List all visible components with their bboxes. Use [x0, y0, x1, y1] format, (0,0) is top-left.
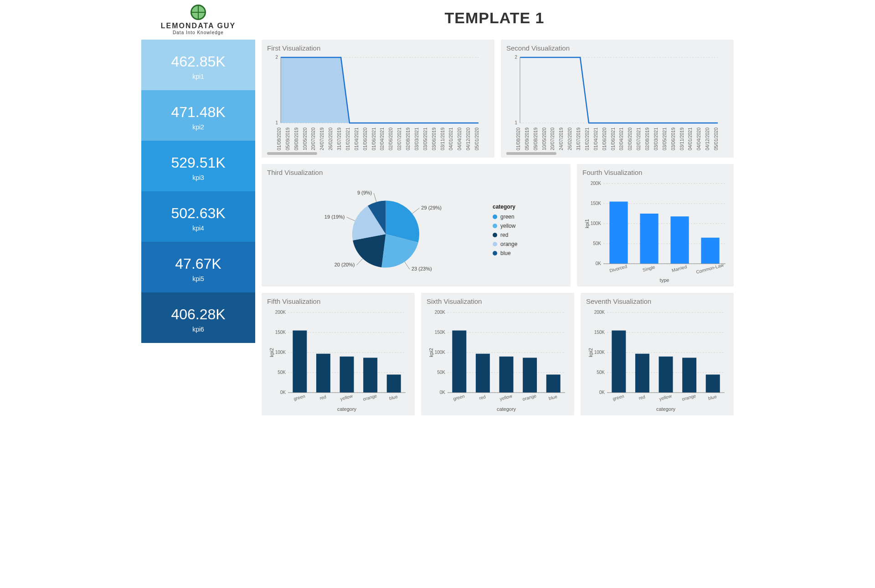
svg-rect-92 [701, 238, 719, 264]
svg-text:150K: 150K [275, 330, 286, 335]
svg-point-77 [493, 251, 497, 256]
svg-rect-111 [316, 354, 330, 393]
kpi-label: kpi3 [146, 174, 251, 181]
svg-text:19 (19%): 19 (19%) [324, 214, 345, 220]
svg-text:red: red [479, 394, 486, 400]
svg-text:category: category [337, 406, 357, 412]
viz-fifth: Fifth Visualization 0K50K100K150K200K kp… [262, 293, 415, 415]
viz-first-scrollbar[interactable] [267, 152, 489, 155]
svg-point-73 [493, 233, 497, 237]
svg-text:50K: 50K [278, 370, 286, 375]
viz-fourth: Fourth Visualization 0K50K100K150K200K k… [577, 164, 734, 286]
svg-text:yellow: yellow [499, 394, 513, 402]
svg-text:20/07/2020: 20/07/2020 [311, 128, 316, 150]
svg-text:03/03/2021: 03/03/2021 [414, 128, 419, 150]
svg-rect-133 [452, 331, 466, 393]
svg-text:red: red [319, 394, 327, 400]
svg-point-75 [493, 242, 497, 246]
viz-third-title: Third Visualization [267, 169, 565, 176]
svg-text:Married: Married [671, 264, 688, 273]
svg-text:03/11/2019: 03/11/2019 [679, 128, 685, 150]
svg-text:kpi2: kpi2 [588, 348, 593, 357]
svg-rect-160 [706, 374, 720, 393]
kpi-sidebar: 462.85K kpi1471.48K kpi2529.51K kpi3502.… [141, 40, 255, 415]
viz-fifth-title: Fifth Visualization [267, 297, 409, 305]
svg-line-64 [346, 217, 355, 221]
svg-text:0K: 0K [599, 390, 605, 395]
kpi-label: kpi1 [146, 73, 251, 80]
logo: LEMONDATA GUY Data Into Knowledge [141, 5, 255, 35]
svg-text:05/01/2020: 05/01/2020 [714, 128, 719, 150]
svg-text:04/04/2020: 04/04/2020 [696, 128, 701, 150]
kpi-tile-kpi4: 502.63K kpi4 [141, 191, 255, 242]
svg-point-71 [493, 224, 497, 228]
svg-text:02/04/2021: 02/04/2021 [380, 128, 385, 150]
svg-text:Divorced: Divorced [609, 264, 628, 273]
svg-text:kpi2: kpi2 [269, 348, 274, 357]
svg-text:04/04/2020: 04/04/2020 [457, 128, 462, 150]
svg-text:09/08/2019: 09/08/2019 [533, 128, 538, 150]
svg-text:1: 1 [515, 120, 517, 125]
kpi-tile-kpi6: 406.28K kpi6 [141, 292, 255, 343]
svg-text:blue: blue [548, 394, 558, 401]
svg-text:03/05/2021: 03/05/2021 [662, 128, 667, 150]
svg-text:yellow: yellow [500, 223, 516, 229]
svg-rect-136 [523, 358, 537, 393]
viz-first-title: First Visualization [267, 44, 489, 52]
kpi-tile-kpi2: 471.48K kpi2 [141, 90, 255, 141]
svg-text:200K: 200K [275, 310, 286, 315]
page-title: TEMPLATE 1 [255, 9, 734, 27]
svg-rect-114 [387, 374, 401, 393]
svg-text:orange: orange [681, 393, 696, 402]
svg-text:03/11/2019: 03/11/2019 [440, 128, 445, 150]
svg-text:05/01/2020: 05/01/2020 [474, 128, 479, 150]
svg-text:03/03/2021: 03/03/2021 [654, 128, 659, 150]
kpi-value: 462.85K [146, 53, 251, 70]
logo-icon [190, 5, 206, 20]
svg-text:03/06/2019: 03/06/2019 [671, 128, 676, 150]
svg-line-58 [412, 208, 420, 214]
svg-text:29 (29%): 29 (29%) [421, 205, 442, 210]
svg-text:0K: 0K [440, 390, 446, 395]
svg-text:04/01/2021: 04/01/2021 [688, 128, 693, 150]
svg-text:kpi1: kpi1 [584, 219, 590, 228]
viz-first: First Visualization 12 01/08/202005/09/2… [262, 40, 494, 158]
kpi-label: kpi4 [146, 225, 251, 232]
svg-rect-91 [670, 216, 689, 264]
svg-rect-157 [635, 354, 649, 393]
viz-seventh: Seventh Visualization 0K50K100K150K200K … [581, 293, 734, 415]
svg-text:blue: blue [708, 394, 718, 401]
viz-second-scrollbar[interactable] [506, 152, 728, 155]
svg-text:category: category [656, 406, 676, 412]
svg-text:31/07/2019: 31/07/2019 [337, 128, 342, 150]
kpi-tile-kpi3: 529.51K kpi3 [141, 141, 255, 191]
svg-text:02/08/2019: 02/08/2019 [406, 128, 411, 150]
svg-text:01/06/2021: 01/06/2021 [371, 128, 376, 150]
svg-text:category: category [497, 406, 516, 412]
svg-text:01/08/2020: 01/08/2020 [277, 128, 282, 150]
svg-text:10/05/2020: 10/05/2020 [542, 128, 547, 150]
viz-third: Third Visualization 29 (29%)23 (23%)20 (… [262, 164, 571, 286]
svg-text:Single: Single [642, 265, 656, 273]
svg-text:2: 2 [515, 55, 517, 60]
svg-text:green: green [500, 214, 515, 220]
svg-text:200K: 200K [435, 310, 446, 315]
viz-sixth: Sixth Visualization 0K50K100K150K200K kp… [421, 293, 574, 415]
svg-rect-137 [546, 374, 561, 393]
svg-rect-112 [340, 357, 354, 393]
svg-text:100K: 100K [435, 350, 446, 355]
svg-rect-135 [499, 357, 514, 393]
svg-text:blue: blue [500, 250, 511, 256]
kpi-value: 47.67K [146, 256, 251, 272]
svg-text:orange: orange [500, 241, 518, 247]
svg-text:red: red [638, 394, 646, 400]
svg-text:10/05/2020: 10/05/2020 [303, 128, 308, 150]
kpi-value: 529.51K [146, 154, 251, 171]
svg-text:04/01/2021: 04/01/2021 [448, 128, 453, 150]
svg-text:orange: orange [362, 393, 377, 402]
svg-text:kpi2: kpi2 [428, 348, 434, 357]
svg-text:green: green [453, 394, 465, 401]
svg-text:02/04/2021: 02/04/2021 [619, 128, 624, 150]
svg-text:05/09/2019: 05/09/2019 [285, 128, 290, 150]
kpi-tile-kpi1: 462.85K kpi1 [141, 40, 255, 90]
